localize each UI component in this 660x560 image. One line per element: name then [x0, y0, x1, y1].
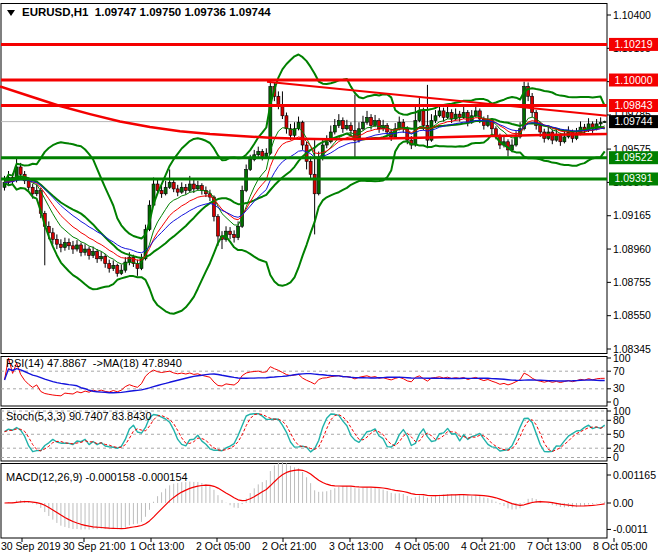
svg-text:1.08755: 1.08755	[613, 276, 651, 288]
symbol-quote-text: EURUSD,H1 1.09747 1.09750 1.09736 1.0974…	[22, 6, 271, 18]
candle	[104, 256, 107, 263]
svg-text:1.10400: 1.10400	[613, 9, 651, 21]
candle	[599, 122, 602, 124]
svg-text:2 Oct 21:00: 2 Oct 21:00	[262, 540, 316, 552]
candle	[370, 117, 373, 125]
candle	[241, 191, 244, 227]
candle	[345, 126, 348, 129]
candle	[59, 244, 62, 247]
rsi-indicator-label: RSI(14) 47.8867 ->MA(18) 47.8940	[6, 357, 182, 369]
candle	[313, 174, 316, 194]
candle	[361, 122, 364, 129]
candle	[192, 184, 195, 189]
candle	[265, 153, 268, 156]
candle	[19, 167, 22, 174]
candle	[233, 234, 236, 237]
candle	[237, 226, 240, 237]
candle	[176, 189, 179, 192]
candle	[309, 161, 312, 174]
svg-text:1.09165: 1.09165	[613, 209, 651, 221]
bollinger-bands	[5, 55, 605, 314]
price-level-label[interactable]: 1.10219	[609, 38, 658, 51]
candle	[378, 121, 381, 129]
svg-text:3 Oct 13:00: 3 Oct 13:00	[329, 540, 383, 552]
dropdown-arrow-icon[interactable]	[7, 10, 15, 16]
candle	[108, 264, 111, 269]
candle	[116, 265, 119, 273]
svg-text:1.08550: 1.08550	[613, 309, 651, 321]
candle	[51, 233, 54, 240]
candle	[341, 121, 344, 129]
candle	[229, 231, 232, 234]
candle	[446, 113, 449, 118]
candle	[349, 126, 352, 131]
candle	[450, 113, 453, 120]
candle	[27, 181, 30, 188]
candle	[458, 114, 461, 117]
trendline	[267, 82, 607, 116]
candle	[96, 251, 99, 258]
svg-text:1.10000: 1.10000	[615, 74, 653, 86]
candle	[84, 249, 87, 252]
svg-text:1 Oct 13:00: 1 Oct 13:00	[130, 540, 184, 552]
candle	[337, 121, 340, 126]
svg-text:4 Oct 05:00: 4 Oct 05:00	[395, 540, 449, 552]
time-axis: 30 Sep 201930 Sep 21:001 Oct 13:002 Oct …	[1, 538, 647, 552]
candle	[136, 264, 139, 269]
candle	[164, 187, 167, 194]
candle	[422, 111, 425, 126]
candle	[31, 187, 34, 194]
candle	[257, 152, 260, 155]
svg-text:30: 30	[613, 382, 625, 394]
candle	[269, 87, 272, 154]
candle	[160, 191, 163, 194]
candle	[71, 246, 74, 249]
candle	[92, 251, 95, 255]
candle	[168, 182, 171, 187]
chart-window: 1.104001.101951.099901.097851.095751.093…	[0, 0, 660, 560]
candle	[563, 137, 566, 142]
svg-text:1.09843: 1.09843	[615, 99, 653, 111]
candle	[55, 239, 58, 244]
chart-title: EURUSD,H1 1.09747 1.09750 1.09736 1.0974…	[7, 6, 271, 18]
price-level-label[interactable]: 1.10000	[609, 74, 658, 87]
svg-text:80: 80	[613, 414, 625, 426]
candle	[100, 256, 103, 258]
candle	[317, 158, 320, 194]
candle	[418, 111, 421, 121]
candle	[494, 129, 497, 136]
svg-text:1.08960: 1.08960	[613, 243, 651, 255]
candle	[261, 152, 264, 157]
candle	[188, 184, 191, 191]
candle	[180, 187, 183, 192]
candle	[325, 142, 328, 145]
candle	[112, 265, 115, 268]
svg-text:1.09744: 1.09744	[615, 115, 653, 127]
svg-text:1.09391: 1.09391	[615, 172, 653, 184]
macd-indicator-label: MACD(12,26,9) -0.000158 -0.000154	[6, 471, 188, 483]
svg-text:-0.0011: -0.0011	[613, 523, 648, 535]
candle	[285, 116, 288, 129]
svg-text:70: 70	[613, 365, 625, 377]
candle	[539, 126, 542, 133]
svg-text:2 Oct 05:00: 2 Oct 05:00	[196, 540, 250, 552]
svg-text:0.001165: 0.001165	[613, 469, 656, 481]
svg-text:30 Sep 21:00: 30 Sep 21:00	[63, 540, 126, 552]
price-level-label[interactable]: 1.09391	[609, 172, 658, 185]
price-level-label[interactable]: 1.09522	[609, 151, 658, 164]
stoch-indicator-label: Stoch(5,3,3) 90.7407 83.8430	[6, 410, 152, 422]
price-level-label[interactable]: 1.09843	[609, 99, 658, 112]
candle	[249, 160, 252, 170]
candle	[88, 249, 91, 256]
candle	[63, 243, 66, 248]
candle	[603, 122, 606, 123]
svg-text:8 Oct 05:00: 8 Oct 05:00	[593, 540, 647, 552]
candle	[559, 135, 562, 142]
candle	[438, 111, 441, 116]
candle	[67, 243, 70, 246]
candle	[434, 116, 437, 121]
candle	[374, 121, 377, 126]
candle	[184, 187, 187, 190]
candle	[120, 270, 123, 273]
price-level-label[interactable]: 1.09744	[609, 115, 658, 128]
